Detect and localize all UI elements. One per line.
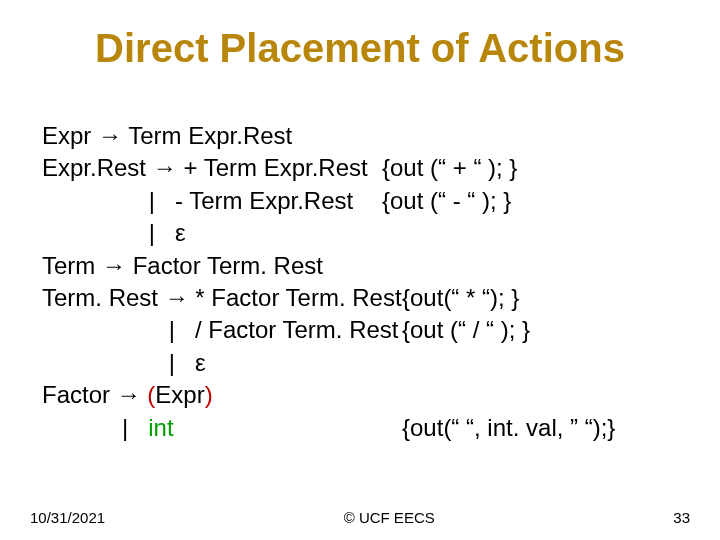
slide-body: Expr → Term Expr.Rest Expr.Rest → + Term… — [42, 120, 678, 444]
factor-int-prefix: | — [42, 414, 148, 441]
action-int: {out(“ “, int. val, ” “);} — [402, 412, 615, 444]
factor-prefix: Factor → — [42, 381, 147, 408]
grammar-line-3: | - Term Expr.Rest {out (“ - “ ); } — [42, 185, 678, 217]
action-mul: {out(“ * “); } — [402, 282, 519, 314]
grammar-line-2: Expr.Rest → + Term Expr.Rest {out (“ + “… — [42, 152, 678, 184]
prod-termrest-eps: | ε — [42, 347, 382, 379]
prod-factor-int: | int — [42, 412, 402, 444]
grammar-line-5: Term → Factor Term. Rest — [42, 250, 678, 282]
slide: Direct Placement of Actions Expr → Term … — [0, 0, 720, 540]
action-minus: {out (“ - “ ); } — [382, 185, 511, 217]
right-paren: ) — [205, 381, 213, 408]
prod-factor-paren: Factor → (Expr) — [42, 379, 213, 411]
grammar-line-6: Term. Rest → * Factor Term. Rest {out(“ … — [42, 282, 678, 314]
prod-exprrest-eps: | ε — [42, 217, 382, 249]
grammar-line-1: Expr → Term Expr.Rest — [42, 120, 678, 152]
slide-footer: 10/31/2021 © UCF EECS 33 — [30, 509, 690, 526]
prod-exprrest-minus: | - Term Expr.Rest — [42, 185, 382, 217]
grammar-line-7: | / Factor Term. Rest {out (“ / “ ); } — [42, 314, 678, 346]
int-keyword: int — [148, 414, 173, 441]
prod-exprrest-plus: Expr.Rest → + Term Expr.Rest — [42, 152, 382, 184]
action-plus: {out (“ + “ ); } — [382, 152, 517, 184]
slide-title: Direct Placement of Actions — [0, 26, 720, 71]
footer-copyright: © UCF EECS — [344, 509, 435, 526]
grammar-line-8: | ε — [42, 347, 678, 379]
prod-expr: Expr → Term Expr.Rest — [42, 120, 382, 152]
footer-page-number: 33 — [673, 509, 690, 526]
grammar-line-4: | ε — [42, 217, 678, 249]
grammar-line-9: Factor → (Expr) — [42, 379, 678, 411]
prod-termrest-div: | / Factor Term. Rest — [42, 314, 402, 346]
prod-term: Term → Factor Term. Rest — [42, 250, 382, 282]
action-div: {out (“ / “ ); } — [402, 314, 530, 346]
factor-inner: Expr — [155, 381, 204, 408]
prod-termrest-mul: Term. Rest → * Factor Term. Rest — [42, 282, 402, 314]
footer-date: 10/31/2021 — [30, 509, 105, 526]
grammar-line-10: | int {out(“ “, int. val, ” “);} — [42, 412, 678, 444]
